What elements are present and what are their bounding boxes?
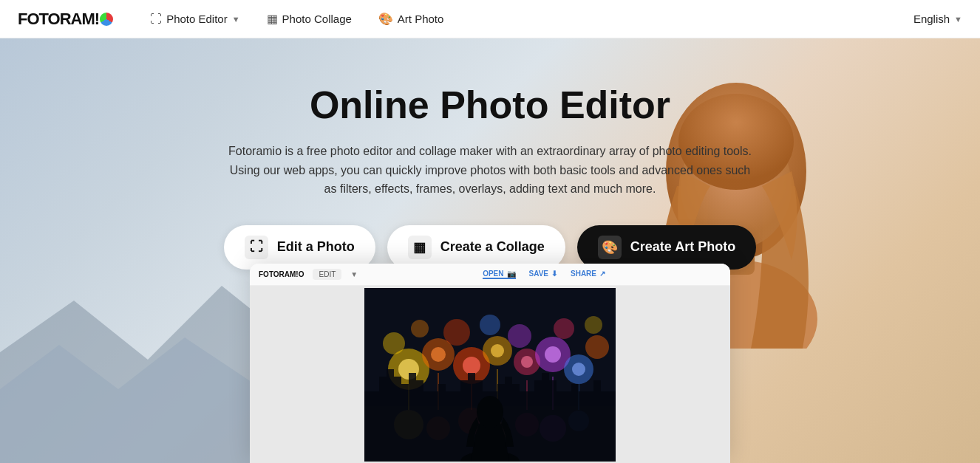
create-art-photo-button[interactable]: 🎨 Create Art Photo [577, 225, 756, 270]
svg-point-28 [508, 324, 531, 348]
language-label: English [913, 13, 950, 25]
preview-share-icon: ↗ [599, 270, 605, 278]
hero-content: Online Photo Editor Fotoramio is a free … [0, 38, 980, 270]
create-art-label: Create Art Photo [630, 239, 735, 255]
create-collage-icon: ▦ [408, 236, 432, 259]
svg-point-29 [554, 318, 574, 339]
svg-point-26 [443, 319, 470, 346]
preview-window: FOTORAM!O EDIT ▼ OPEN 📷 SAVE ⬇ SHARE ↗ [250, 264, 730, 463]
svg-point-30 [585, 316, 602, 334]
svg-point-18 [521, 356, 533, 368]
photo-editor-chevron-icon: ▼ [232, 15, 240, 24]
svg-point-20 [545, 346, 561, 363]
svg-point-23 [585, 335, 609, 359]
preview-edit-button[interactable]: EDIT [313, 269, 341, 280]
svg-point-16 [491, 344, 504, 357]
hero-title: Online Photo Editor [310, 83, 670, 127]
art-photo-icon: 🎨 [378, 12, 393, 26]
preview-logo: FOTORAM!O [259, 270, 304, 278]
nav-links: ⛶ Photo Editor ▼ ▦ Photo Collage 🎨 Art P… [140, 7, 913, 30]
photo-collage-icon: ▦ [267, 12, 278, 26]
svg-point-24 [383, 332, 405, 354]
preview-toolbar: FOTORAM!O EDIT ▼ OPEN 📷 SAVE ⬇ SHARE ↗ [250, 264, 730, 286]
svg-point-14 [463, 357, 480, 374]
preview-dropdown-icon: ▼ [350, 270, 358, 278]
preview-save-icon: ⬇ [551, 270, 557, 278]
photo-editor-icon: ⛶ [150, 13, 162, 26]
edit-photo-label: Edit a Photo [277, 239, 355, 255]
nav-art-photo[interactable]: 🎨 Art Photo [368, 7, 455, 30]
logo-text: FOTORAM! [18, 10, 99, 29]
preview-image-area [250, 286, 730, 463]
language-chevron-icon: ▼ [954, 15, 962, 24]
nav-art-photo-label: Art Photo [398, 13, 444, 25]
nav-photo-collage[interactable]: ▦ Photo Collage [256, 7, 362, 30]
edit-photo-button[interactable]: ⛶ Edit a Photo [224, 225, 375, 270]
logo-icon [100, 13, 113, 26]
nav-photo-editor[interactable]: ⛶ Photo Editor ▼ [140, 8, 250, 30]
hero-subtitle: Fotoramio is a free photo editor and col… [224, 142, 756, 199]
svg-point-12 [431, 347, 446, 362]
preview-toolbar-center: OPEN 📷 SAVE ⬇ SHARE ↗ [483, 270, 605, 279]
brand-logo[interactable]: FOTORAM! [18, 10, 113, 29]
create-art-icon: 🎨 [598, 236, 622, 259]
nav-photo-editor-label: Photo Editor [166, 13, 228, 25]
create-collage-button[interactable]: ▦ Create a Collage [387, 225, 565, 270]
preview-save-button[interactable]: SAVE ⬇ [529, 270, 558, 279]
action-buttons: ⛶ Edit a Photo ▦ Create a Collage 🎨 Crea… [218, 225, 762, 270]
edit-photo-icon: ⛶ [245, 236, 268, 259]
nav-photo-collage-label: Photo Collage [282, 13, 352, 25]
preview-open-button[interactable]: OPEN 📷 [483, 270, 515, 279]
svg-point-25 [411, 320, 429, 337]
language-selector[interactable]: English ▼ [913, 13, 962, 25]
preview-share-button[interactable]: SHARE ↗ [571, 270, 605, 279]
svg-point-27 [480, 315, 500, 335]
svg-point-46 [477, 396, 503, 428]
navbar: FOTORAM! ⛶ Photo Editor ▼ ▦ Photo Collag… [0, 0, 980, 38]
preview-open-icon: 📷 [507, 270, 516, 278]
bokeh-image [364, 288, 616, 462]
svg-point-22 [572, 363, 585, 376]
create-collage-label: Create a Collage [440, 239, 545, 255]
